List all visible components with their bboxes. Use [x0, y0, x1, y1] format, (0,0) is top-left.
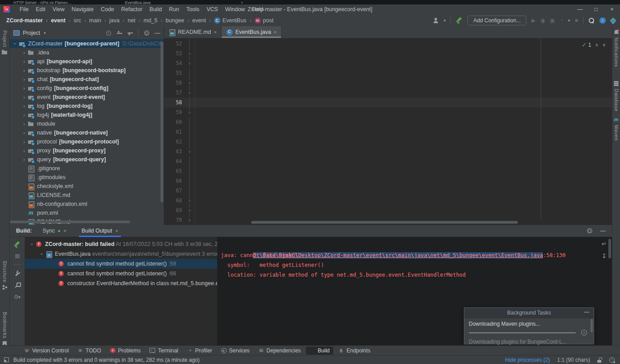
menu-item[interactable]: File — [16, 6, 32, 12]
editor-tab[interactable]: EventBus.java × — [222, 26, 281, 38]
project-tree-horizontal-scrollbar[interactable] — [10, 221, 130, 223]
close-icon[interactable]: × — [214, 29, 216, 35]
menu-item[interactable]: Code — [97, 6, 118, 12]
tool-window-button[interactable]: Problems — [107, 347, 145, 355]
breadcrumb-item[interactable]: md_5 — [136, 17, 157, 24]
tool-window-button[interactable]: Services — [218, 347, 253, 355]
menu-item[interactable]: Edit — [32, 6, 49, 12]
hide-panel-icon[interactable]: — — [155, 30, 161, 36]
hide-processes-link[interactable]: Hide processes (2) — [505, 357, 550, 363]
code-line[interactable]: 53 ( IllegalArgumentException ex ) — [164, 49, 612, 58]
browser-tab[interactable]: EventBus.java — [125, 0, 151, 4]
breadcrumb-item[interactable]: event — [43, 17, 66, 24]
fold-marker-icon[interactable] — [185, 208, 194, 213]
project-tree-item[interactable]: nb-configuration.xml — [10, 200, 164, 209]
maximize-button[interactable]: □ — [588, 4, 604, 14]
menu-item[interactable]: Tools — [183, 6, 203, 12]
code-line[interactable]: 54 — [164, 58, 612, 68]
menu-item[interactable]: Run — [165, 6, 183, 12]
menu-item[interactable]: Navigate — [68, 6, 97, 12]
breadcrumb-item[interactable]: ZCord-master — [6, 17, 43, 24]
stop-build-icon[interactable] — [15, 254, 20, 258]
tool-window-button[interactable]: Endpoints — [335, 347, 374, 355]
chevron-icon[interactable] — [21, 94, 28, 100]
project-tree-item[interactable]: log4j [waterfall-log4j] — [10, 110, 164, 119]
chevron-icon[interactable] — [21, 112, 28, 118]
project-tree-item[interactable]: log [bungeecord-log] — [10, 102, 164, 110]
project-tree-item[interactable]: config [bungeecord-config] — [10, 84, 164, 93]
chevron-down-icon[interactable]: ▾ — [444, 18, 446, 23]
chevron-icon[interactable] — [21, 77, 28, 82]
build-tree-row[interactable]: cannot find symbol method getListener() … — [25, 269, 217, 278]
build-tree-row[interactable]: constructor EventHandlerMethod in class … — [25, 278, 217, 288]
lock-icon[interactable] — [597, 357, 602, 363]
breadcrumb-item[interactable]: net — [120, 17, 136, 24]
fold-marker-icon[interactable] — [185, 51, 194, 56]
project-tree-vertical-scrollbar[interactable] — [161, 42, 163, 202]
project-tree-item[interactable]: native [bungeecord-native] — [10, 128, 164, 137]
project-tree-item[interactable]: checkstyle.xml — [10, 182, 164, 191]
project-tree-item[interactable]: event [bungeecord-event] — [10, 93, 164, 102]
chevron-icon[interactable] — [21, 157, 28, 162]
new-tab-button[interactable]: + — [241, 0, 243, 4]
project-tree-item[interactable]: ZCord-master [bungeecord-parent] D:\Data… — [10, 39, 164, 48]
project-tree-item[interactable]: .gitmodules — [10, 173, 164, 182]
breadcrumb-item[interactable]: java — [101, 17, 120, 24]
cancel-task-icon[interactable]: × — [581, 330, 587, 335]
breadcrumb-item[interactable]: src — [66, 17, 81, 24]
fold-marker-icon[interactable] — [185, 90, 194, 95]
code-line[interactable]: 55 w new Error( message:"Method rejected… — [164, 68, 612, 78]
inspection-widget[interactable]: ✓ 1 ∧ ∨ — [582, 41, 606, 48]
chevron-icon[interactable] — [21, 59, 28, 64]
project-tree-item[interactable]: protocol [bungeecord-protocol] — [10, 137, 164, 146]
project-tree-item[interactable]: .gitignore — [10, 164, 164, 173]
code-line[interactable]: 66 method.getListener().getClass().getNa… — [164, 176, 612, 186]
chevron-icon[interactable] — [21, 50, 28, 55]
browser-tab[interactable]: HTTP Server - APIs vs Flamec... — [13, 0, 71, 4]
menu-item[interactable]: VCS — [203, 6, 222, 12]
code-line[interactable]: 67 ; — [164, 186, 612, 196]
gear-icon[interactable] — [144, 30, 149, 36]
fold-marker-icon[interactable] — [185, 198, 194, 203]
previous-problem-icon[interactable]: ∧ — [595, 42, 598, 47]
locate-file-icon[interactable] — [106, 30, 112, 36]
stripe-maven-button[interactable]: m Maven — [612, 117, 620, 141]
tool-window-button[interactable]: TODO — [74, 346, 104, 355]
stop-icon[interactable]: ■ — [575, 17, 578, 24]
chevron-icon[interactable] — [38, 251, 45, 257]
code-line[interactable]: 62 apsed > 50000000 ) — [164, 137, 612, 147]
profiler-icon[interactable]: ◔ — [560, 17, 563, 24]
project-tree-item[interactable]: module — [10, 119, 164, 128]
tool-window-button[interactable]: Terminal — [146, 347, 182, 355]
menu-item[interactable]: View — [49, 6, 68, 12]
popup-scrollbar[interactable] — [591, 319, 593, 332]
coverage-icon[interactable]: ▣ — [550, 17, 555, 24]
chevron-down-icon[interactable]: ▾ — [568, 18, 570, 23]
code-line[interactable]: 61 apsed = System.nanoTime() - start; — [164, 127, 612, 137]
menu-item[interactable]: Build — [146, 6, 165, 12]
chevron-icon[interactable] — [21, 68, 28, 73]
tool-window-toggle-icon[interactable] — [4, 357, 9, 362]
stripe-project-button[interactable]: Project — [0, 30, 9, 55]
breadcrumb-item[interactable]: bungee — [157, 17, 184, 24]
chevron-down-icon[interactable]: ▾ — [44, 31, 46, 35]
settings-wrench-icon[interactable] — [14, 270, 20, 276]
breadcrumb-item[interactable]: EventBus — [206, 17, 247, 24]
build-tree-row[interactable]: EventBus.java event\src\main\java\net\md… — [25, 249, 217, 259]
code-line[interactable]: 64 ger.log( Level.WARNING, msg:"Plugin l… — [164, 156, 612, 166]
project-tree-item[interactable]: proxy [bungeecord-proxy] — [10, 146, 164, 155]
chevron-icon[interactable] — [21, 86, 28, 91]
tool-window-button[interactable]: Version Control — [21, 347, 72, 355]
code-analysis-icon[interactable] — [609, 357, 615, 363]
editor-horizontal-scrollbar[interactable] — [251, 221, 518, 224]
code-line[interactable]: 57 — [164, 88, 612, 98]
add-configuration-button[interactable]: Add Configuration... — [467, 16, 526, 25]
tab-sync[interactable]: Sync × — [38, 225, 70, 237]
fold-marker-icon[interactable] — [185, 110, 194, 115]
background-tasks-title[interactable]: Background Tasks — — [464, 308, 594, 318]
stripe-notifications-button[interactable]: Notifications — [612, 29, 620, 67]
chevron-icon[interactable] — [21, 121, 28, 127]
fold-marker-icon[interactable] — [185, 218, 194, 222]
gear-icon[interactable] — [587, 228, 592, 233]
project-tree-item[interactable]: bootstrap [bungeecord-bootstrap] — [10, 66, 164, 75]
